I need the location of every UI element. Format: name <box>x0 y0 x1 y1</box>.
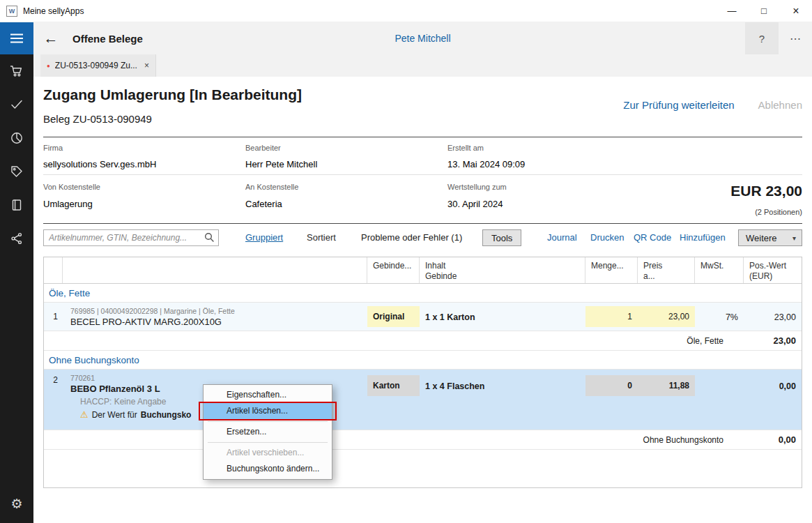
document-total: EUR 23,00 <box>730 183 802 199</box>
items-toolbar: Gruppiert Sortiert Probleme oder Fehler … <box>43 229 802 248</box>
menu-item-artikel-loeschen[interactable]: Artikel löschen... <box>204 403 332 419</box>
gebinde-value[interactable]: Karton <box>367 375 420 396</box>
field-value-bearbeiter: Herr Pete Mitchell <box>245 159 317 169</box>
field-label-wertstellung: Wertstellung zum <box>447 183 507 191</box>
tab-document[interactable]: ● ZU-0513-090949 Zu... × <box>40 54 156 77</box>
preis-value[interactable]: 23,00 <box>638 306 695 327</box>
subtotal-value: 23,00 <box>723 335 802 346</box>
tools-button[interactable]: Tools <box>482 229 521 246</box>
subtotal-value: 0,00 <box>723 434 802 445</box>
forward-for-review-link[interactable]: Zur Prüfung weiterleiten <box>623 99 734 111</box>
field-value-erstellt-am: 13. Mai 2024 09:09 <box>447 159 525 169</box>
divider <box>43 174 802 175</box>
price-tag-icon <box>10 165 24 179</box>
more-dropdown-button[interactable]: Weitere ▾ <box>738 229 802 246</box>
field-label-firma: Firma <box>43 144 63 152</box>
col-header-description[interactable] <box>63 257 367 283</box>
sidebar-item-settings[interactable]: ⚙ <box>0 487 33 520</box>
sidebar-item-network[interactable] <box>0 222 33 255</box>
help-button[interactable]: ? <box>745 22 779 54</box>
row-position: 2 <box>44 370 63 430</box>
sidebar-item-journal[interactable] <box>0 188 33 222</box>
article-meta: 770261 <box>70 374 360 382</box>
group-header-oele-fette[interactable]: Öle, Fette <box>44 284 802 303</box>
qr-code-link[interactable]: QR Code <box>634 232 671 243</box>
context-menu: Eigenschaften... Artikel löschen... Erse… <box>203 384 332 480</box>
pie-chart-icon <box>10 131 24 145</box>
search-input[interactable] <box>43 229 219 246</box>
minimize-button[interactable]: — <box>716 0 748 22</box>
menu-item-artikel-verschieben: Artikel verschieben... <box>204 445 332 461</box>
pos-wert-value: 23,00 <box>744 303 802 331</box>
article-name: BECEL PRO-AKTIV MARG.200X10G <box>70 317 360 327</box>
col-header-menge[interactable]: Menge... <box>585 257 638 283</box>
subtotal-label: Öle, Fette <box>687 336 723 346</box>
field-label-erstellt-am: Erstellt am <box>447 144 484 152</box>
col-header-gebinde[interactable]: Gebinde... <box>367 257 420 283</box>
sidebar-item-statistics[interactable] <box>0 121 33 155</box>
col-header-inhalt[interactable]: Inhalt Gebinde <box>420 257 585 283</box>
sidebar-item-tags[interactable] <box>0 155 33 188</box>
add-item-link[interactable]: Hinzufügen <box>680 232 726 243</box>
close-button[interactable]: × <box>780 0 812 22</box>
print-link[interactable]: Drucken <box>590 232 624 243</box>
menge-value[interactable]: 0 <box>585 375 638 396</box>
row-description: 769985 | 04000492002298 | Margarine | Öl… <box>63 303 367 331</box>
book-icon <box>10 198 24 212</box>
field-value-an-kostenstelle: Cafeteria <box>245 199 282 209</box>
col-header-mwst[interactable]: MwSt. <box>695 257 744 283</box>
app-header: ← Offene Belege Pete Mitchell ? ⋯ <box>33 22 812 54</box>
col-header-pos[interactable] <box>44 257 63 283</box>
menu-item-eigenschaften[interactable]: Eigenschaften... <box>204 387 332 403</box>
divider <box>43 223 802 224</box>
tools-button-label: Tools <box>491 233 512 243</box>
table-row[interactable]: 1 769985 | 04000492002298 | Margarine | … <box>44 303 802 331</box>
sidebar-item-cart[interactable] <box>0 54 33 88</box>
col-header-preis[interactable]: Preis a... <box>638 257 695 283</box>
gear-icon: ⚙ <box>10 497 22 510</box>
menu-item-ersetzen[interactable]: Ersetzen... <box>204 424 332 440</box>
cart-icon <box>10 64 24 78</box>
menu-separator <box>208 442 328 443</box>
menu-button[interactable] <box>0 22 33 54</box>
unsaved-dot-icon: ● <box>47 63 50 69</box>
preis-value[interactable]: 11,88 <box>638 375 695 396</box>
search-icon <box>204 232 215 245</box>
tab-bar: ● ZU-0513-090949 Zu... × <box>33 54 812 77</box>
group-header-label: Ohne Buchungskonto <box>49 355 139 365</box>
warning-text: Der Wert für <box>92 410 137 420</box>
inhalt-value: 1 x 1 Karton <box>420 303 585 322</box>
checkmark-icon <box>10 98 24 112</box>
journal-link[interactable]: Journal <box>547 232 577 243</box>
app-icon: W <box>6 6 17 17</box>
gebinde-value[interactable]: Original <box>367 306 420 327</box>
position-count: (2 Positionen) <box>755 208 802 216</box>
divider <box>43 137 802 137</box>
article-meta: 769985 | 04000492002298 | Margarine | Öl… <box>70 307 360 315</box>
menu-item-buchungskonto-aendern[interactable]: Buchungskonto ändern... <box>204 461 332 477</box>
grouped-toggle[interactable]: Gruppiert <box>245 232 283 243</box>
table-row-selected[interactable]: 2 770261 BEBO Pflanzenöl 3 L HACCP: Kein… <box>44 370 802 430</box>
warning-text-bold: Buchungsko <box>141 410 192 420</box>
current-user[interactable]: Pete Mitchell <box>33 33 812 44</box>
chevron-down-icon: ▾ <box>792 234 796 242</box>
menge-value[interactable]: 1 <box>585 306 638 327</box>
problems-filter[interactable]: Probleme oder Fehler (1) <box>361 232 462 243</box>
sidebar-item-tasks[interactable] <box>0 88 33 121</box>
col-header-pos-wert[interactable]: Pos.-Wert (EUR) <box>744 257 802 283</box>
tab-close-icon[interactable]: × <box>139 61 149 70</box>
warning-icon: ⚠ <box>80 409 89 420</box>
inhalt-value: 1 x 4 Flaschen <box>420 370 585 391</box>
items-table: Gebinde... Inhalt Gebinde Menge... Preis… <box>43 257 802 488</box>
maximize-button[interactable]: □ <box>748 0 780 22</box>
pos-wert-value: 0,00 <box>744 370 802 430</box>
share-nodes-icon <box>10 232 24 245</box>
more-dropdown-label: Weitere <box>746 233 777 243</box>
field-value-von-kostenstelle: Umlagerung <box>43 199 93 209</box>
more-options-button[interactable]: ⋯ <box>779 22 812 54</box>
field-label-von-kostenstelle: Von Kostenstelle <box>43 183 100 191</box>
group-subtotal-ohne-buchungskonto: Ohne Buchungskonto 0,00 <box>44 430 802 450</box>
group-header-ohne-buchungskonto[interactable]: Ohne Buchungskonto <box>44 351 802 370</box>
reject-link[interactable]: Ablehnen <box>758 99 802 111</box>
sorted-toggle[interactable]: Sortiert <box>307 232 336 243</box>
